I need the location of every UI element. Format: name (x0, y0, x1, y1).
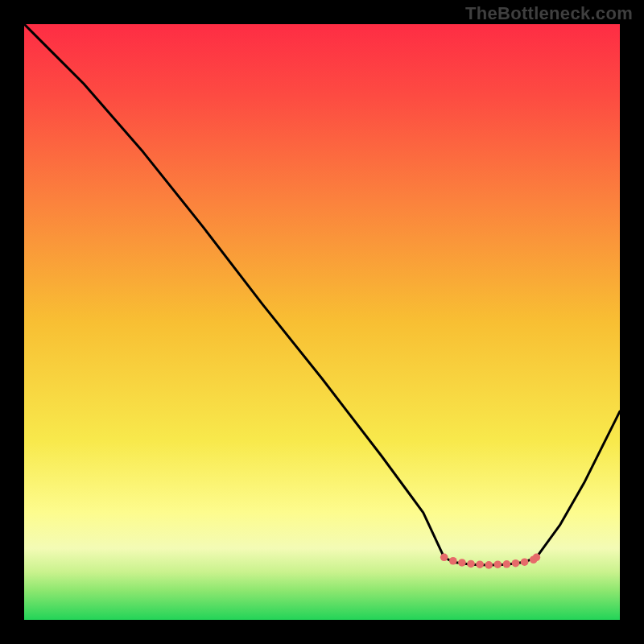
highlight-dot (503, 560, 511, 568)
highlight-dot (476, 560, 484, 568)
highlight-dot (485, 561, 493, 569)
chart-curves (24, 24, 620, 620)
highlight-dot (494, 560, 502, 568)
highlight-dot (533, 554, 541, 562)
highlight-dot (458, 559, 466, 567)
highlight-dot (440, 554, 448, 562)
watermark-text: TheBottleneck.com (465, 3, 633, 24)
curve-curve-ascending (536, 411, 620, 557)
plot-area (24, 24, 620, 620)
chart-frame: TheBottleneck.com (0, 0, 644, 644)
highlight-dot (449, 557, 457, 565)
highlight-dot (521, 558, 529, 566)
curve-curve-descending (24, 24, 444, 557)
highlight-dot (467, 560, 475, 568)
highlight-dot (512, 559, 520, 568)
